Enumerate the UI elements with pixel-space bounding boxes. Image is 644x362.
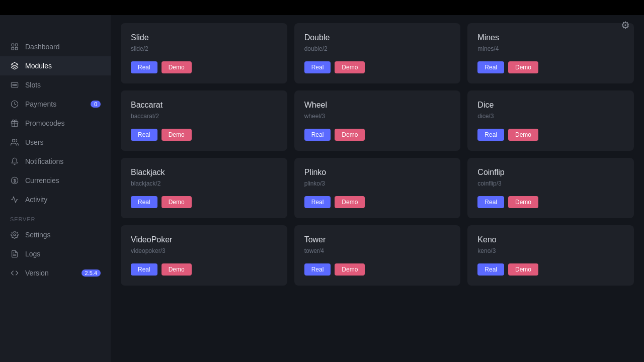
svg-point-7 <box>15 84 17 86</box>
demo-button[interactable]: Demo <box>335 129 365 141</box>
demo-button[interactable]: Demo <box>508 263 538 276</box>
sidebar-item-promocodes[interactable]: Promocodes <box>0 114 111 133</box>
server-section-label: SERVER <box>0 209 111 225</box>
sidebar-item-dashboard[interactable]: Dashboard <box>0 37 111 56</box>
module-path: plinko/3 <box>304 180 451 187</box>
module-card: Double double/2 Real Demo <box>294 23 461 83</box>
logo <box>0 15 111 33</box>
module-actions: Real Demo <box>477 263 624 276</box>
real-button[interactable]: Real <box>304 263 331 276</box>
svg-rect-2 <box>12 47 14 50</box>
real-button[interactable]: Real <box>131 196 157 208</box>
module-name: Mines <box>477 33 624 42</box>
nav-label-promocodes: Promocodes <box>25 119 65 127</box>
module-actions: Real Demo <box>477 129 624 141</box>
module-path: wheel/3 <box>304 113 451 120</box>
module-actions: Real Demo <box>477 196 624 208</box>
svg-rect-3 <box>15 47 18 50</box>
demo-button[interactable]: Demo <box>335 263 365 276</box>
module-card: Tower tower/4 Real Demo <box>294 225 461 286</box>
module-path: baccarat/2 <box>131 113 277 120</box>
promo-icon <box>10 119 19 128</box>
module-path: mines/4 <box>477 45 624 52</box>
module-path: dice/3 <box>477 113 624 120</box>
module-name: Slide <box>131 33 277 42</box>
modules-icon <box>10 61 19 70</box>
real-button[interactable]: Real <box>477 61 504 73</box>
nav-label-currencies: Currencies <box>25 176 59 185</box>
real-button[interactable]: Real <box>477 129 504 141</box>
settings-icon[interactable]: ⚙ <box>617 15 634 35</box>
module-name: Keno <box>477 235 624 244</box>
real-button[interactable]: Real <box>131 263 157 276</box>
sidebar-item-version[interactable]: Version 2.5.4 <box>0 263 111 283</box>
demo-button[interactable]: Demo <box>335 61 365 73</box>
demo-button[interactable]: Demo <box>508 61 538 73</box>
demo-button[interactable]: Demo <box>162 129 192 141</box>
module-actions: Real Demo <box>131 129 277 141</box>
sidebar-item-modules[interactable]: Modules <box>0 56 111 75</box>
module-card: Wheel wheel/3 Real Demo <box>294 90 461 151</box>
module-card: Slide slide/2 Real Demo <box>121 23 287 83</box>
module-path: coinflip/3 <box>477 180 624 187</box>
module-path: videopoker/3 <box>131 247 277 254</box>
sidebar-item-settings[interactable]: Settings <box>0 225 111 244</box>
top-bar <box>0 0 644 15</box>
module-card: Coinflip coinflip/3 Real Demo <box>467 158 634 218</box>
demo-button[interactable]: Demo <box>335 196 365 208</box>
nav-label-payments: Payments <box>25 100 56 108</box>
module-path: blackjack/2 <box>131 180 277 187</box>
logs-icon <box>10 249 19 258</box>
activity-icon <box>10 195 19 204</box>
module-name: Tower <box>304 235 451 244</box>
sidebar-item-activity[interactable]: Activity <box>0 190 111 209</box>
version-icon <box>10 268 19 278</box>
svg-rect-4 <box>11 82 18 87</box>
sidebar-item-users[interactable]: Users <box>0 133 111 152</box>
real-button[interactable]: Real <box>131 61 157 73</box>
module-actions: Real Demo <box>304 263 451 276</box>
real-button[interactable]: Real <box>131 129 157 141</box>
module-actions: Real Demo <box>304 61 451 73</box>
module-name: Blackjack <box>131 168 277 177</box>
module-path: keno/3 <box>477 247 624 254</box>
real-button[interactable]: Real <box>477 196 504 208</box>
module-name: Baccarat <box>131 101 277 110</box>
currencies-icon <box>10 176 19 185</box>
sidebar-item-slots[interactable]: Slots <box>0 75 111 95</box>
badge-version: 2.5.4 <box>82 269 101 277</box>
module-actions: Real Demo <box>131 61 277 73</box>
module-name: Wheel <box>304 101 451 110</box>
module-actions: Real Demo <box>304 196 451 208</box>
demo-button[interactable]: Demo <box>508 129 538 141</box>
sidebar-item-notifications[interactable]: Notifications <box>0 152 111 171</box>
main-content: Slide slide/2 Real Demo Double double/2 … <box>111 15 644 362</box>
module-actions: Real Demo <box>131 263 277 276</box>
real-button[interactable]: Real <box>477 263 504 276</box>
real-button[interactable]: Real <box>304 129 331 141</box>
svg-rect-0 <box>12 44 14 46</box>
module-actions: Real Demo <box>304 129 451 141</box>
sidebar-item-payments[interactable]: Payments 0 <box>0 95 111 114</box>
modules-grid: Slide slide/2 Real Demo Double double/2 … <box>121 23 634 286</box>
demo-button[interactable]: Demo <box>508 196 538 208</box>
real-button[interactable]: Real <box>304 61 331 73</box>
nav-label-version: Version <box>25 269 49 277</box>
users-icon <box>10 138 19 147</box>
svg-point-9 <box>12 139 15 142</box>
demo-button[interactable]: Demo <box>162 263 192 276</box>
sidebar-item-logs[interactable]: Logs <box>0 244 111 263</box>
real-button[interactable]: Real <box>304 196 331 208</box>
nav-label-slots: Slots <box>25 81 41 89</box>
sidebar: Dashboard Modules Slots Payments 0 Promo… <box>0 15 111 362</box>
module-card: VideoPoker videopoker/3 Real Demo <box>121 225 287 286</box>
sidebar-nav: Dashboard Modules Slots Payments 0 Promo… <box>0 33 111 362</box>
svg-point-11 <box>14 234 16 236</box>
demo-button[interactable]: Demo <box>162 61 192 73</box>
nav-label-activity: Activity <box>25 196 47 204</box>
demo-button[interactable]: Demo <box>162 196 192 208</box>
sidebar-item-currencies[interactable]: Currencies <box>0 171 111 190</box>
payments-icon <box>10 100 19 109</box>
nav-label-settings: Settings <box>25 231 51 239</box>
nav-label-modules: Modules <box>25 62 52 70</box>
